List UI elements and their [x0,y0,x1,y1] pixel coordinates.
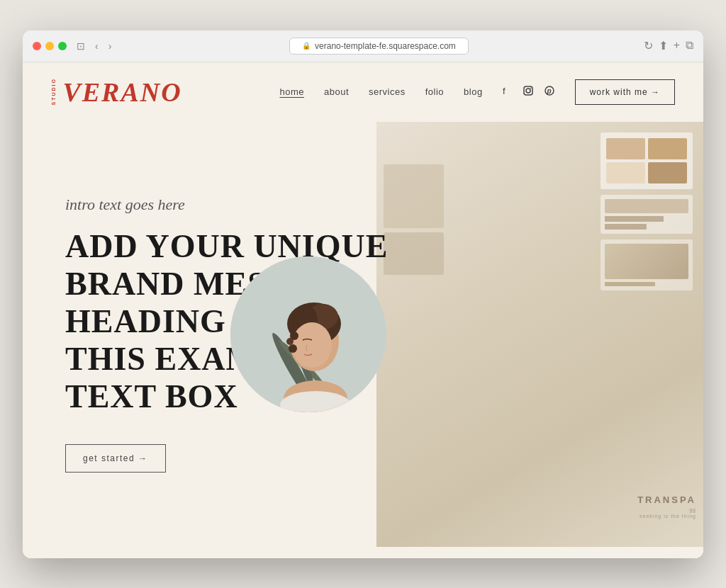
traffic-lights [33,42,67,50]
nav-blog[interactable]: blog [464,86,483,97]
back-button[interactable]: ‹ [92,39,101,53]
svg-point-3 [530,88,531,89]
svg-point-17 [289,344,297,353]
minimize-button[interactable] [45,42,54,50]
work-with-me-button[interactable]: work with me → [575,79,675,105]
browser-window: ⊡ ‹ › 🔒 verano-template-fe.squarespace.c… [23,30,703,558]
window-icon[interactable]: ⊡ [74,39,88,53]
nav-folio[interactable]: folio [425,86,444,97]
nav-home[interactable]: home [279,86,304,97]
lock-icon: 🔒 [302,42,311,50]
overlay-sub2: seeking is the thing [637,514,696,519]
svg-point-19 [290,332,298,340]
hero-section: TRANSPA gg seeking is the thing [23,122,703,547]
fullscreen-button[interactable] [58,42,67,50]
portrait-circle [230,256,386,412]
site-navigation: home about services folio blog f [279,79,675,105]
instagram-icon[interactable] [523,85,534,98]
refresh-button[interactable]: ↻ [644,39,653,52]
website-content: studio VERANO home about services folio … [23,62,703,558]
url-text: verano-template-fe.squarespace.com [315,41,456,51]
get-started-button[interactable]: get started → [65,444,166,473]
close-button[interactable] [33,42,41,50]
svg-rect-1 [524,86,532,95]
hero-background: TRANSPA gg seeking is the thing [376,122,703,547]
address-bar[interactable]: 🔒 verano-template-fe.squarespace.com [289,38,469,55]
svg-point-15 [292,322,332,368]
pinterest-icon[interactable]: p [544,85,555,98]
copy-button[interactable]: ⧉ [686,39,693,52]
forward-button[interactable]: › [106,39,115,53]
svg-point-2 [526,89,530,93]
new-tab-button[interactable]: + [674,39,680,52]
svg-text:f: f [503,86,506,96]
logo-main-text: VERANO [62,77,182,108]
social-icons: f p [503,85,555,98]
svg-text:p: p [546,87,551,95]
browser-actions: ↻ ⬆ + ⧉ [644,39,693,52]
nav-about[interactable]: about [324,86,349,97]
intro-text: intro text goes here [65,196,389,214]
logo-area: studio VERANO [51,77,182,108]
site-header: studio VERANO home about services folio … [23,62,703,122]
overlay-sub1: gg [637,507,696,512]
facebook-icon[interactable]: f [503,86,513,98]
share-button[interactable]: ⬆ [659,39,668,52]
browser-chrome: ⊡ ‹ › 🔒 verano-template-fe.squarespace.c… [23,30,703,62]
nav-services[interactable]: services [369,86,406,97]
browser-controls: ⊡ ‹ › [74,39,114,53]
logo-sidebar-text: studio [51,78,57,105]
transparency-label: TRANSPA [637,494,696,505]
